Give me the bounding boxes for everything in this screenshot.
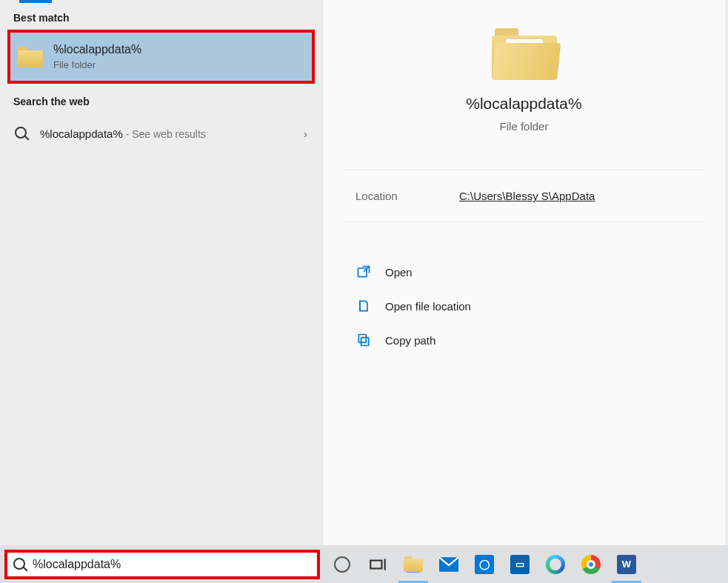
preview-subtitle: File folder [338,120,710,133]
dell-app-button[interactable]: ◯ [467,545,502,583]
mail-icon [439,557,458,572]
preview-panel: %localappdata% File folder Location C:\U… [322,0,725,545]
file-explorer-button[interactable] [395,545,431,583]
folder-icon [18,47,43,67]
search-icon [15,127,30,141]
location-row: Location C:\Users\Blessy S\AppData [323,190,725,202]
svg-rect-2 [358,335,366,343]
chrome-icon [581,555,601,574]
best-match-header: Best match [0,0,322,30]
open-icon [355,264,372,280]
file-explorer-icon [404,556,423,573]
search-results-panel: Best match %localappdata% File folder Se… [0,0,322,545]
action-open-location[interactable]: Open file location [353,289,703,323]
intel-icon: ▭ [510,555,530,574]
best-match-result[interactable]: %localappdata% File folder [7,30,315,84]
cortana-icon [334,556,350,573]
intel-app-button[interactable]: ▭ [502,545,538,583]
search-icon [13,558,27,571]
mail-button[interactable] [431,545,467,583]
divider [345,170,703,170]
action-open-label: Open [385,266,413,279]
dell-icon: ◯ [475,555,494,574]
taskbar: ◯ ▭ W [0,545,728,583]
web-search-result[interactable]: %localappdata% - See web results › [7,116,315,152]
svg-rect-3 [370,560,381,568]
actions-list: Open Open file location Copy path [323,241,725,357]
best-match-subtitle: File folder [53,59,141,70]
action-open[interactable]: Open [353,255,703,289]
chevron-right-icon: › [304,128,307,140]
best-match-text: %localappdata% File folder [53,43,141,70]
open-location-icon [355,298,372,314]
cortana-button[interactable] [324,545,360,583]
web-result-suffix: - See web results [123,128,206,140]
edge-icon [546,555,565,574]
chrome-button[interactable] [573,545,609,583]
task-view-button[interactable] [360,545,395,583]
search-web-header: Search the web [0,84,322,113]
search-input[interactable] [33,558,311,571]
location-link[interactable]: C:\Users\Blessy S\AppData [459,190,595,202]
filter-tab-active[interactable] [19,0,52,3]
word-icon: W [617,555,636,574]
preview-title: %localappdata% [338,95,710,113]
edge-button[interactable] [538,545,573,583]
action-copy-path[interactable]: Copy path [353,323,703,357]
best-match-title: %localappdata% [53,43,141,56]
task-view-icon [368,555,387,574]
action-copy-path-label: Copy path [385,334,435,347]
divider [345,221,703,222]
folder-icon [492,28,557,81]
web-result-label: %localappdata% [40,127,123,140]
taskbar-search-box[interactable] [4,550,320,579]
word-button[interactable]: W [609,545,644,583]
location-label: Location [355,190,459,202]
copy-icon [355,332,372,348]
action-open-location-label: Open file location [385,300,471,313]
svg-rect-1 [361,338,369,346]
